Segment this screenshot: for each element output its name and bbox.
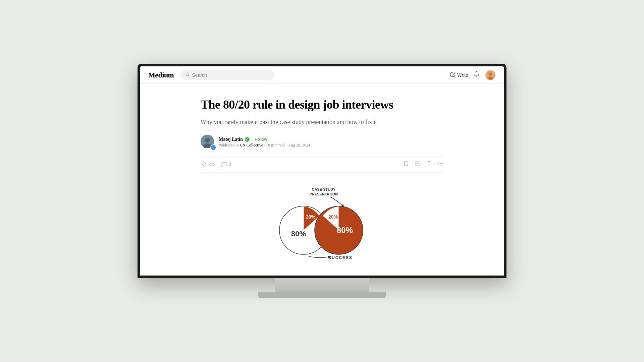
- author-row: U Matej Latin ✓ · Follow Published in UX…: [201, 135, 443, 149]
- site-logo[interactable]: Medium: [148, 71, 174, 79]
- case-study-label-2: PRESENTATION: [310, 192, 338, 196]
- svg-point-6: [205, 138, 210, 142]
- search-bar[interactable]: [180, 70, 274, 80]
- svg-text:U: U: [212, 146, 214, 149]
- author-name-row: Matej Latin ✓ · Follow: [219, 137, 310, 142]
- listen-button[interactable]: [415, 161, 421, 168]
- svg-point-3: [489, 72, 492, 76]
- action-bar: 873 3: [201, 156, 443, 173]
- author-info: Matej Latin ✓ · Follow Published in UX C…: [219, 137, 310, 148]
- follow-button[interactable]: Follow: [255, 137, 267, 142]
- svg-text:SUCCESS: SUCCESS: [328, 255, 353, 260]
- write-label: Write: [458, 72, 468, 78]
- monitor-wrapper: Medium Write: [138, 64, 506, 298]
- published-in-text: Published in: [219, 143, 239, 147]
- comment-button[interactable]: 3: [221, 162, 231, 168]
- author-name: Matej Latin: [219, 137, 243, 142]
- share-button[interactable]: [426, 161, 432, 168]
- svg-text:80%: 80%: [337, 226, 353, 235]
- svg-marker-11: [417, 163, 419, 165]
- article-content: The 80/20 rule in design job interviews …: [140, 84, 504, 276]
- svg-point-0: [186, 72, 189, 75]
- author-avatar-wrap: U: [201, 135, 215, 149]
- clap-button[interactable]: 873: [201, 162, 216, 168]
- svg-line-1: [189, 75, 190, 76]
- svg-text:80%: 80%: [291, 230, 306, 238]
- illustration-area: CASE STUDY PRESENTATION: [201, 183, 443, 260]
- svg-point-13: [440, 163, 441, 164]
- action-right: [403, 161, 443, 168]
- article-subtitle: Why you rarely make it past the case stu…: [201, 118, 443, 127]
- publication-badge: U: [210, 144, 216, 150]
- bell-button[interactable]: [474, 71, 480, 79]
- read-time: 10 min read: [266, 143, 285, 147]
- action-left: 873 3: [201, 162, 231, 168]
- dot-separator: ·: [252, 137, 253, 142]
- user-avatar[interactable]: [485, 70, 496, 80]
- publication-link[interactable]: UX Collective: [240, 143, 263, 147]
- pie-chart-illustration: CASE STUDY PRESENTATION: [265, 183, 379, 260]
- monitor-screen: Medium Write: [138, 64, 506, 278]
- more-button[interactable]: [437, 161, 443, 168]
- nav-right: Write: [450, 70, 496, 80]
- monitor-stand-neck: [275, 278, 369, 292]
- publish-date: Aug 28, 2024: [288, 143, 310, 147]
- clap-count: 873: [208, 162, 216, 167]
- write-button[interactable]: Write: [450, 72, 468, 78]
- svg-text:20%: 20%: [306, 214, 316, 220]
- save-button[interactable]: [403, 161, 409, 168]
- case-study-label-1: CASE STUDY: [312, 187, 336, 191]
- search-input[interactable]: [192, 72, 270, 78]
- monitor-stand-base: [258, 292, 386, 298]
- article-title: The 80/20 rule in design job interviews: [201, 97, 443, 112]
- svg-point-14: [442, 163, 443, 164]
- comment-count: 3: [229, 162, 231, 167]
- svg-text:20%: 20%: [328, 214, 338, 220]
- author-meta: Published in UX Collective · 10 min read…: [219, 143, 310, 148]
- search-icon: [185, 72, 190, 78]
- write-icon: [450, 72, 455, 78]
- svg-point-15: [438, 163, 439, 164]
- verified-icon: ✓: [245, 137, 250, 142]
- nav-bar: Medium Write: [140, 66, 504, 84]
